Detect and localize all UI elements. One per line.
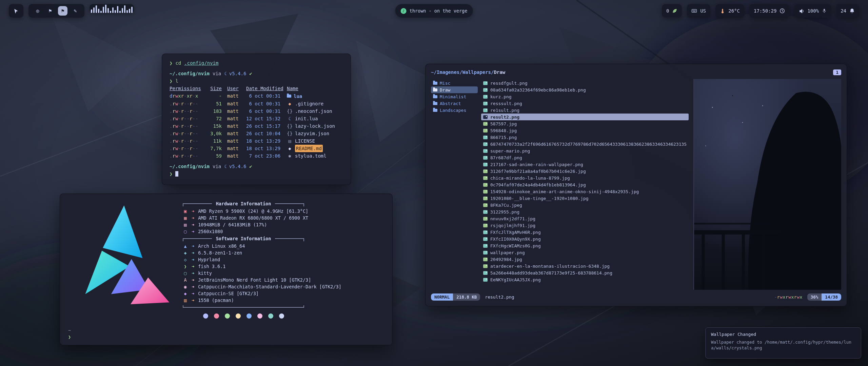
fetch-prompt[interactable]: ~ ❯ — [68, 327, 74, 340]
fetch-row-packages: ▥➜1558 (pacman) — [183, 297, 383, 304]
temperature-value: 26°C — [728, 8, 740, 14]
file-item[interactable]: result2.png — [481, 114, 689, 120]
file-item[interactable]: super-mario.png — [481, 147, 689, 154]
file-manager-body: MiscDrawMinimalistAbstractLandscapes res… — [431, 79, 841, 290]
pencil-workspace-icon[interactable]: ✎ — [71, 6, 80, 16]
visualizer-bar — [93, 7, 95, 13]
file-item[interactable]: rsjqojlmjhf91.jpg — [481, 222, 689, 229]
image-preview — [693, 79, 841, 290]
file-item[interactable]: resssult.png — [481, 100, 689, 107]
tab-badge[interactable]: 1 — [833, 69, 841, 75]
license-icon: ▤ — [287, 137, 293, 145]
file-item[interactable]: 68747470733a2f2f696d616765732d7769786d70… — [481, 141, 689, 147]
json-icon: {} — [287, 122, 293, 130]
file-item[interactable]: 217167-sad-anime-rain-wallpaper.png — [481, 161, 689, 168]
file-permissions: -rwxrwxrwx — [774, 294, 803, 300]
file-item[interactable]: nnvuv0xj2df71.jpg — [481, 215, 689, 222]
flag-workspace-icon[interactable]: ⚑ — [45, 6, 55, 16]
target-workspace-icon[interactable]: ◎ — [33, 6, 42, 16]
fetch-row-os: ▲➜Arch Linux x86_64 — [183, 243, 383, 249]
file-item[interactable]: wallpaper.png — [481, 249, 689, 256]
folder-name: Draw — [440, 87, 450, 93]
listing-header: PermissionsSizeUserDate ModifiedName — [170, 85, 343, 92]
visualizer-bar — [107, 8, 109, 13]
audio-visualizer — [90, 4, 134, 13]
notifications-widget[interactable]: 24 — [836, 4, 859, 18]
hardware-section-header: Hardware Information — [183, 201, 304, 206]
file-item[interactable]: re1sult.png — [481, 107, 689, 114]
flag-workspace-icon[interactable]: ⚑ — [58, 6, 67, 16]
image-file-icon — [483, 142, 488, 146]
arrow-icon: ➜ — [192, 290, 194, 297]
file-item[interactable]: 0c794faf07de24a4db4d4fb1eb813964.jpg — [481, 181, 689, 188]
notification-toast[interactable]: Wallpaper Changed Wallpaper changed to /… — [705, 327, 861, 359]
sidebar-folder-minimalist[interactable]: Minimalist — [431, 93, 478, 100]
file-item[interactable]: 20492984.jpg — [481, 256, 689, 263]
updates-widget[interactable]: 0 — [662, 4, 682, 18]
file-item[interactable]: 866715.png — [481, 134, 689, 141]
keyboard-layout-widget[interactable]: US — [687, 4, 710, 18]
hardware-rows: ▣➜AMD Ryzen 9 5900X (24) @ 4.9GHz [61.3°… — [183, 208, 383, 235]
temperature-widget[interactable]: 26°C — [715, 4, 744, 18]
file-item[interactable]: 8FKa7Cu.jpeg — [481, 202, 689, 208]
fetch-value: 10948MiB / 64183MiB (17%) — [198, 221, 267, 228]
palette-dot — [225, 313, 230, 319]
image-file-icon — [483, 224, 488, 227]
file-item[interactable]: 596848.jpg — [481, 127, 689, 134]
file-item[interactable]: 5a266e448add93deab367d87173e9f25-6837886… — [481, 269, 689, 276]
clock-widget[interactable]: 17:50:29 — [749, 4, 789, 18]
file-item[interactable]: kurz.png — [481, 93, 689, 100]
file-item[interactable]: FXfcJlTXgAMvH6R.png — [481, 229, 689, 236]
palette-dot — [236, 313, 241, 319]
file-item[interactable]: atardecer-en-la-montanas-ilustracion-634… — [481, 263, 689, 269]
visualizer-bar — [124, 5, 125, 13]
file-item[interactable]: 3122955.png — [481, 208, 689, 215]
file-item[interactable]: FXfcII0X0AQyn9X.png — [481, 236, 689, 242]
font-icon: A — [183, 277, 188, 283]
cwd: ~/.config/nvim — [170, 163, 210, 170]
file-name: init.lua — [295, 115, 318, 122]
media-player-widget[interactable]: ♪ thrown - on the verge — [395, 4, 473, 18]
visualizer-bar — [117, 6, 118, 13]
file-manager-window[interactable]: ~/Imagenes/Wallpapers/Draw 1 MiscDrawMin… — [425, 64, 847, 306]
launcher-button[interactable] — [9, 4, 23, 18]
file-item[interactable]: EeNKYgIUcAAJ5JX.png — [481, 276, 689, 283]
file-name: .neoconf.json — [295, 107, 332, 115]
top-bar-right: 0 US 26°C 17:50:29 100% 24 — [662, 4, 859, 18]
volume-widget[interactable]: 100% — [794, 4, 831, 18]
file-item[interactable]: 87r687df.png — [481, 154, 689, 161]
lua-version: v5.4.6 — [229, 70, 246, 77]
fetch-window[interactable]: Hardware Information ▣➜AMD Ryzen 9 5900X… — [60, 194, 393, 345]
file-item[interactable]: 587597.jpg — [481, 120, 689, 127]
sidebar-folder-abstract[interactable]: Abstract — [431, 100, 478, 107]
file-item[interactable]: 19201080-__blue-tinge__-1920×1080.jpg — [481, 195, 689, 202]
file-name: 0c794faf07de24a4db4d4fb1eb813964.jpg — [490, 182, 586, 187]
file-name: 217167-sad-anime-rain-wallpaper.png — [490, 162, 583, 167]
file-item[interactable]: 3126f7e9bbf21a8a4af0b67b041c6e26.jpg — [481, 168, 689, 175]
file-item[interactable]: 154928-odinokoe_anime-art-anime-okno-sin… — [481, 188, 689, 195]
file-item[interactable]: FXfcHgcWIAMzs0G.png — [481, 242, 689, 249]
sidebar-folder-landscapes[interactable]: Landscapes — [431, 107, 478, 114]
sidebar-folder-misc[interactable]: Misc — [431, 80, 478, 86]
command-line: ❯l — [170, 77, 343, 85]
terminal-window[interactable]: ❯cd.config/nvim ~/.config/nvimvia☾v5.4.6… — [162, 54, 351, 185]
file-item[interactable]: 08a634fa02a32364f69ebc86a98eb1eb.png — [481, 86, 689, 93]
sidebar-folder-draw[interactable]: Draw — [431, 86, 478, 93]
file-item[interactable]: ressdfgult.png — [481, 80, 689, 86]
file-name: 587597.jpg — [490, 121, 517, 126]
visualizer-bar — [126, 10, 128, 13]
palette-dot — [268, 313, 273, 319]
shell-icon: ❯ — [183, 263, 188, 270]
image-file-icon — [483, 81, 488, 85]
clock-time: 17:50:29 — [754, 8, 776, 14]
bell-icon — [849, 8, 855, 14]
status-bar: NORMAL 218.8 KB result2.png -rwxrwxrwx 3… — [431, 292, 841, 302]
cwd: ~/.config/nvim — [170, 70, 210, 77]
image-file-icon — [483, 129, 488, 133]
preview-image — [694, 79, 841, 290]
file-name: wallpaper.png — [490, 250, 525, 255]
file-item[interactable]: chica-mirando-la-luna-8799.jpg — [481, 175, 689, 181]
fetch-value: AMD Ryzen 9 5900X (24) @ 4.9GHz [61.3°C] — [198, 208, 308, 215]
top-bar-left: ◎⚑⚑✎ — [9, 4, 134, 18]
active-prompt[interactable]: ❯ — [170, 170, 343, 178]
